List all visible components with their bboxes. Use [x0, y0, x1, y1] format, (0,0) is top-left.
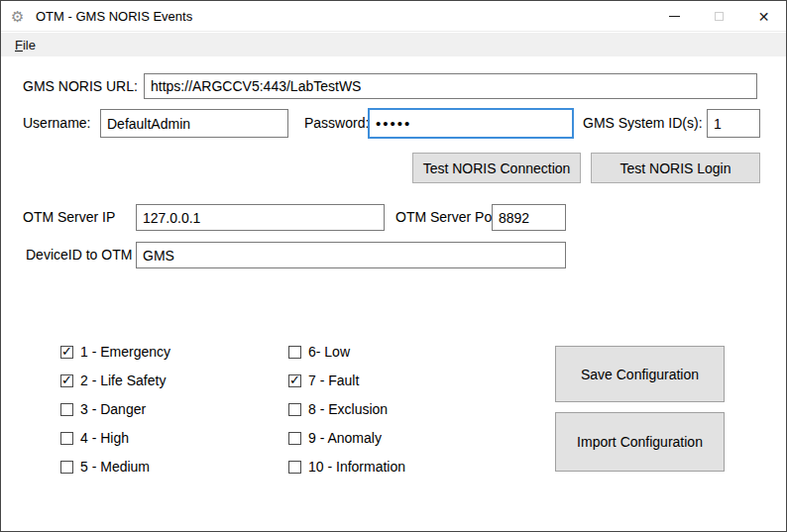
checkbox-danger[interactable]: 3 - Danger [60, 402, 170, 416]
checkbox-box [288, 432, 301, 445]
menu-bar: File [1, 33, 786, 56]
app-icon: ⚙ [11, 9, 29, 24]
checkbox-label: 1 - Emergency [80, 344, 170, 360]
checkbox-box [60, 461, 73, 474]
checkbox-life-safety[interactable]: ✓ 2 - Life Safety [60, 373, 170, 387]
server-port-input[interactable] [492, 204, 566, 231]
test-noris-login-button[interactable]: Test NORIS Login [591, 153, 760, 183]
checkbox-box: ✓ [60, 346, 73, 359]
checkbox-box [60, 403, 73, 416]
server-ip-input[interactable] [136, 204, 385, 231]
severity-column-left: ✓ 1 - Emergency ✓ 2 - Life Safety 3 - Da… [60, 345, 170, 474]
username-input[interactable] [100, 109, 288, 138]
test-noris-connection-button[interactable]: Test NORIS Connection [412, 153, 581, 183]
username-label: Username: [23, 115, 90, 131]
system-ids-label: GMS System ID(s): [583, 115, 703, 131]
check-icon: ✓ [61, 345, 72, 358]
form-content: GMS NORIS URL: Username: Password: GMS S… [1, 56, 786, 531]
minimize-icon [669, 16, 680, 17]
checkbox-box: ✓ [288, 374, 301, 387]
minimize-button[interactable] [652, 1, 697, 32]
window-title: OTM - GMS NORIS Events [36, 9, 192, 24]
checkbox-label: 10 - Information [308, 459, 405, 475]
checkbox-label: 7 - Fault [308, 372, 359, 388]
checkbox-box [288, 461, 301, 474]
window-controls: ✕ [652, 1, 786, 32]
device-id-input[interactable] [136, 242, 566, 268]
checkbox-low[interactable]: 6- Low [288, 345, 405, 359]
app-window: ⚙ OTM - GMS NORIS Events ✕ File GMS NORI… [0, 0, 787, 532]
server-port-label: OTM Server Por [395, 209, 497, 225]
checkbox-information[interactable]: 10 - Information [288, 460, 405, 474]
checkbox-label: 8 - Exclusion [308, 401, 388, 417]
checkbox-exclusion[interactable]: 8 - Exclusion [288, 402, 405, 416]
checkbox-box: ✓ [60, 374, 73, 387]
checkbox-label: 4 - High [80, 430, 129, 446]
maximize-icon [715, 12, 724, 21]
checkbox-box [60, 432, 73, 445]
checkbox-box [288, 403, 301, 416]
checkbox-anomaly[interactable]: 9 - Anomaly [288, 431, 405, 445]
import-configuration-button[interactable]: Import Configuration [555, 412, 725, 472]
checkbox-label: 5 - Medium [80, 459, 150, 475]
checkbox-medium[interactable]: 5 - Medium [60, 460, 170, 474]
checkbox-label: 2 - Life Safety [80, 372, 166, 388]
menu-file[interactable]: File [10, 36, 41, 54]
checkbox-label: 9 - Anomaly [308, 430, 382, 446]
system-ids-input[interactable] [707, 109, 760, 138]
checkbox-emergency[interactable]: ✓ 1 - Emergency [60, 345, 170, 359]
url-input[interactable] [144, 73, 757, 99]
severity-column-right: 6- Low ✓ 7 - Fault 8 - Exclusion 9 - Ano… [288, 345, 405, 474]
check-icon: ✓ [61, 373, 72, 386]
check-icon: ✓ [289, 373, 300, 386]
url-label: GMS NORIS URL: [23, 78, 138, 94]
close-icon: ✕ [758, 10, 770, 24]
checkbox-label: 3 - Danger [80, 401, 146, 417]
close-button[interactable]: ✕ [741, 1, 786, 32]
password-label: Password: [304, 115, 369, 131]
server-ip-label: OTM Server IP [23, 209, 115, 225]
password-input[interactable] [368, 108, 574, 139]
checkbox-box [288, 346, 301, 359]
device-id-label: DeviceID to OTM [26, 247, 132, 263]
checkbox-high[interactable]: 4 - High [60, 431, 170, 445]
title-bar: ⚙ OTM - GMS NORIS Events ✕ [1, 1, 786, 32]
maximize-button [697, 1, 741, 32]
checkbox-fault[interactable]: ✓ 7 - Fault [288, 373, 405, 387]
checkbox-label: 6- Low [308, 344, 350, 360]
save-configuration-button[interactable]: Save Configuration [555, 346, 725, 402]
